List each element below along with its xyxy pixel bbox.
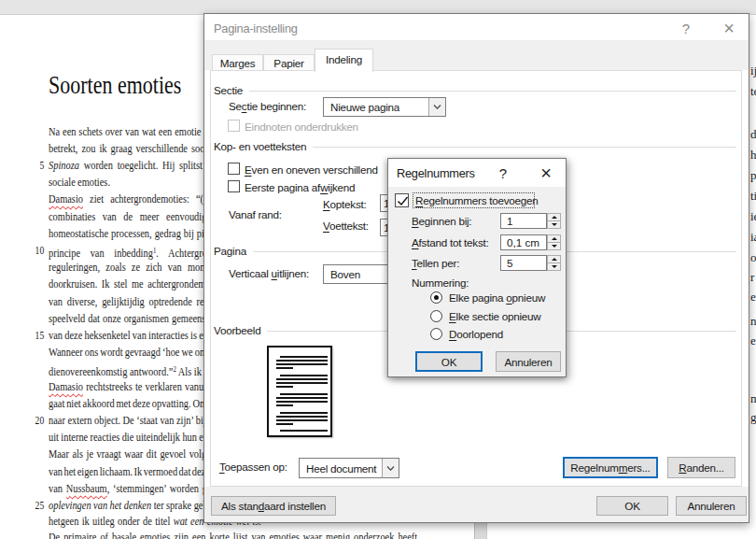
- line-numbers-dialog: Regelnummers ? × Regelnummers toevoegen …: [387, 158, 567, 377]
- eindnoten-label: Eindnoten onderdrukken: [245, 121, 358, 134]
- document-heading: Soorten emoties: [49, 70, 181, 100]
- document-line: Na een schets over van wat een emotie is…: [49, 123, 230, 140]
- eindnoten-checkbox[interactable]: [228, 120, 240, 132]
- randen-button[interactable]: Randen...: [667, 457, 735, 478]
- document-line: uit interne reacties die uiteindelijk hu…: [49, 429, 220, 446]
- beginnen-bij-spinner[interactable]: [547, 213, 561, 229]
- nummering-label: Nummering:: [412, 277, 469, 290]
- doorlopend-label: Doorlopend: [449, 328, 503, 341]
- ok-button[interactable]: OK: [415, 351, 483, 372]
- line-number: 5: [14, 157, 44, 174]
- doorlopend-radio[interactable]: [430, 328, 442, 340]
- afstand-tot-tekst-spinner[interactable]: [547, 234, 561, 250]
- document-line: van Nussbaum, ‘stemmingen’ worden ge: [49, 480, 212, 497]
- regelnummers-toevoegen-checkbox[interactable]: [395, 193, 409, 207]
- elke-sectie-radio[interactable]: [430, 310, 442, 322]
- regelnummers-toevoegen-label: Regelnummers toevoegen: [415, 194, 539, 207]
- line-number: 20: [14, 412, 44, 429]
- beginnen-bij-label: Beginnen bij:: [412, 215, 471, 228]
- tellen-per-input[interactable]: 5: [500, 255, 547, 271]
- document-line: gaat niet akkoord met deze opvatting. Om…: [49, 395, 216, 412]
- document-line: 15 van deze heksenketel van interacties …: [49, 327, 213, 344]
- annuleren-button[interactable]: Annuleren: [496, 351, 561, 372]
- pagina-group-label: Pagina: [214, 245, 253, 258]
- voettekst-label: Voettekst:: [323, 220, 369, 233]
- spin-up-icon: [547, 213, 561, 221]
- ok-button[interactable]: OK: [596, 496, 668, 516]
- afstand-tot-tekst-label: Afstand tot tekst:: [412, 236, 489, 249]
- sectie-group-label: Sectie: [214, 84, 249, 97]
- annuleren-button[interactable]: Annuleren: [676, 496, 747, 516]
- sectie-beginnen-label: Sectie beginnen:: [229, 100, 306, 113]
- word-application-window: Soorten emoties Na een schets over van w…: [0, 0, 756, 539]
- help-icon[interactable]: ?: [494, 163, 512, 183]
- eerste-pagina-label: Eerste pagina afwijkend: [245, 181, 355, 194]
- sectie-beginnen-dropdown[interactable]: Nieuwe pagina: [323, 97, 446, 117]
- document-line: van diverse, gelijktijdig optredende rea…: [49, 293, 226, 310]
- elke-pagina-radio[interactable]: [430, 291, 442, 304]
- koptekst-label: Koptekst:: [323, 198, 366, 211]
- close-icon[interactable]: ×: [536, 161, 556, 185]
- beginnen-bij-input[interactable]: 1: [500, 213, 547, 229]
- elke-sectie-label: Elke sectie opnieuw: [449, 310, 541, 323]
- eerste-pagina-checkbox[interactable]: [228, 180, 240, 192]
- vanaf-rand-label: Vanaf rand:: [229, 208, 282, 221]
- tab-indeling[interactable]: Indeling: [315, 49, 373, 72]
- line-number: 25: [14, 497, 44, 514]
- chevron-down-icon[interactable]: [382, 459, 399, 477]
- elke-pagina-label: Elke pagina opnieuw: [449, 291, 545, 305]
- document-line: sociale emoties.: [49, 174, 110, 191]
- afstand-tot-tekst-input[interactable]: 0,1 cm: [500, 234, 547, 250]
- document-line: homeostatische processen, gedrag bij pij…: [49, 225, 224, 242]
- regelnummers-button[interactable]: Regelnummers...: [563, 457, 658, 478]
- document-line: 20 naar extern object. De ‘staat van zij…: [49, 412, 222, 429]
- kopvoet-group-label: Kop- en voetteksten: [214, 140, 313, 153]
- line-number: 15: [14, 327, 44, 344]
- tellen-per-spinner[interactable]: [547, 255, 561, 271]
- toepassen-op-label: Toepassen op:: [219, 461, 287, 474]
- document-line: De primaire of basale emoties zijn een k…: [49, 529, 417, 539]
- dialog-title: Regelnummers: [397, 166, 475, 180]
- document-line: van het eigen lichaam. Ik vermoed dat de…: [49, 463, 210, 480]
- toepassen-op-dropdown[interactable]: Heel document: [299, 458, 399, 478]
- spin-down-icon: [547, 221, 561, 230]
- line-number: 10: [14, 242, 44, 259]
- preview-thumbnail: [267, 346, 332, 437]
- spin-down-icon: [547, 263, 561, 272]
- document-line: 25 oplevingen van het denken ter sprake …: [49, 497, 227, 514]
- spin-up-icon: [547, 234, 561, 243]
- sectie-group-line: [214, 91, 736, 92]
- document-line: dienovereenkomstig antwoord.”2 Als ik he…: [49, 361, 216, 377]
- als-standaard-button[interactable]: Als standaard instellen: [211, 496, 336, 516]
- even-oneven-checkbox[interactable]: [228, 163, 240, 175]
- voorbeeld-group-label: Voorbeeld: [214, 324, 267, 337]
- document-line: Damasio rechtstreeks te verklaren vanuit…: [49, 378, 221, 395]
- tellen-per-label: Tellen per:: [412, 257, 459, 270]
- chevron-down-icon[interactable]: [428, 98, 445, 116]
- spin-up-icon: [547, 255, 561, 263]
- verticaal-uitlijnen-label: Verticaal uitlijnen:: [229, 267, 309, 280]
- spin-down-icon: [547, 243, 561, 251]
- even-oneven-label: Even en oneven verschillend: [245, 163, 378, 177]
